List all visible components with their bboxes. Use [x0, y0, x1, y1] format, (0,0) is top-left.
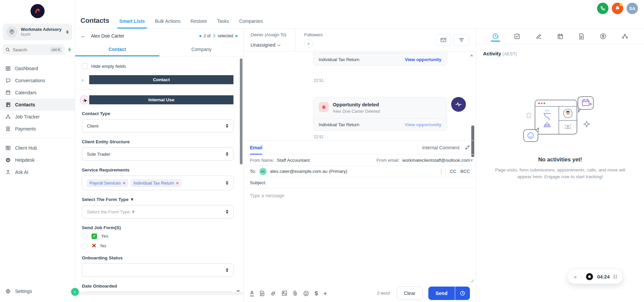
- template-icon[interactable]: [260, 291, 265, 296]
- workspace-switcher[interactable]: Workmate Advisory North: [3, 23, 72, 40]
- send-job-form-option-no: ✕ No: [82, 243, 233, 249]
- filter-button[interactable]: [454, 34, 469, 46]
- tab-smart-lists[interactable]: Smart Lists: [119, 18, 145, 29]
- sidebar-item-settings[interactable]: Settings: [0, 285, 75, 297]
- search-input[interactable]: [13, 47, 36, 52]
- sidebar-nav: Dashboard Conversations Calendars Contac…: [0, 62, 75, 178]
- contact-section-header[interactable]: Contact: [89, 75, 233, 84]
- radio-no[interactable]: [82, 243, 88, 249]
- onboarding-status-label: Onboarding Status: [82, 255, 233, 260]
- stop-record-button[interactable]: [586, 273, 593, 280]
- owner-select[interactable]: Unassigned: [251, 42, 286, 48]
- envelope-icon: [440, 37, 446, 43]
- entity-structure-select[interactable]: Sole Trader: [82, 147, 233, 161]
- back-arrow-icon[interactable]: ←: [80, 33, 86, 39]
- internal-use-section-header[interactable]: Internal Use: [89, 95, 233, 104]
- filter-icon: [459, 38, 464, 42]
- search-input-box[interactable]: ctrl K: [3, 44, 65, 55]
- sidebar-item-payments[interactable]: Payments: [0, 123, 75, 135]
- link-icon[interactable]: [270, 291, 276, 296]
- view-opportunity-link[interactable]: View opportunity: [405, 57, 441, 62]
- add-follower-button[interactable]: +: [304, 39, 313, 48]
- form-type-select[interactable]: Select the Form Type ▼: [82, 205, 233, 218]
- dollar-circle-icon: [600, 33, 606, 40]
- payment-request-icon[interactable]: $: [315, 291, 318, 296]
- tab-companies[interactable]: Companies: [239, 18, 263, 29]
- schedule-send-button[interactable]: [455, 287, 470, 300]
- sidebar-collapse-toggle[interactable]: ‹: [71, 288, 79, 296]
- sidebar-item-helpdesk[interactable]: H Helpdesk: [0, 154, 75, 166]
- form-bottom-strip: [75, 292, 244, 295]
- clear-button[interactable]: Clear: [397, 287, 423, 300]
- email-filter-button[interactable]: [436, 34, 451, 46]
- user-avatar[interactable]: SA: [627, 3, 638, 14]
- view-opportunity-link[interactable]: View opportunity: [405, 122, 441, 127]
- tab-company[interactable]: Company: [159, 43, 244, 56]
- collapse-composer-icon[interactable]: [465, 145, 470, 150]
- to-value[interactable]: alex.cater@example.com.au (Primary): [270, 169, 347, 174]
- next-contact-icon[interactable]: ▶: [235, 34, 238, 38]
- tab-documents[interactable]: [579, 29, 584, 44]
- svg-text:H: H: [7, 159, 9, 162]
- composer-tab-email[interactable]: Email: [250, 141, 262, 154]
- message-input[interactable]: [244, 188, 476, 285]
- recipient-avatar: AC: [259, 168, 267, 175]
- owner-label: Owner (Assign To): [251, 32, 286, 37]
- contact-section-chevron-icon[interactable]: ›: [82, 77, 89, 83]
- image-icon[interactable]: [282, 291, 287, 296]
- tab-activity-history[interactable]: [492, 29, 499, 44]
- prev-contact-icon[interactable]: ◀: [199, 34, 201, 38]
- resize-handle-icon[interactable]: [471, 279, 474, 283]
- automation-avatar[interactable]: [451, 97, 466, 112]
- radio-yes[interactable]: [82, 233, 88, 239]
- page-title: Contacts: [80, 17, 109, 29]
- phone-icon: [600, 6, 605, 11]
- phone-button[interactable]: [597, 3, 608, 14]
- send-job-form-option-yes: ✓ Yes: [82, 233, 233, 239]
- quick-actions-lightning-icon[interactable]: [67, 47, 72, 52]
- attachment-icon[interactable]: [293, 291, 298, 296]
- sidebar-item-calendars[interactable]: Calendars: [0, 87, 75, 99]
- form-scrollbar[interactable]: [240, 58, 243, 164]
- sidebar-item-client-hub[interactable]: Client Hub: [0, 142, 75, 154]
- pause-button[interactable]: [614, 274, 617, 279]
- expand-timer-icon[interactable]: »: [574, 274, 576, 280]
- hide-empty-checkbox[interactable]: [82, 63, 88, 69]
- tab-contact[interactable]: Contact: [75, 43, 159, 56]
- composer-tab-internal-comment[interactable]: Internal Comment: [422, 145, 460, 150]
- send-button[interactable]: Send: [428, 287, 455, 300]
- notifications-button[interactable]: [612, 3, 623, 14]
- sidebar-item-ask-ai[interactable]: Ask AI: [0, 166, 75, 178]
- tab-appointments[interactable]: [557, 29, 564, 44]
- tab-tasks-check[interactable]: [514, 29, 520, 44]
- sidebar-item-conversations[interactable]: Conversations: [0, 74, 75, 87]
- select-caret-icon: [226, 124, 228, 128]
- text-format-icon[interactable]: A: [250, 290, 254, 296]
- sidebar-item-contacts[interactable]: Contacts: [0, 99, 75, 111]
- emoji-icon[interactable]: [303, 291, 309, 296]
- feed-scroll-up-icon[interactable]: [470, 54, 473, 56]
- brand-logo[interactable]: [31, 4, 45, 18]
- tab-tasks[interactable]: Tasks: [217, 18, 229, 29]
- tab-associations[interactable]: [622, 29, 628, 44]
- bcc-button[interactable]: BCC: [460, 169, 470, 174]
- sidebar-item-job-tracker[interactable]: Job Tracker: [0, 111, 75, 123]
- remove-tag-icon[interactable]: ×: [123, 181, 125, 186]
- tab-notes[interactable]: [536, 29, 542, 44]
- onboarding-status-select[interactable]: [82, 263, 233, 277]
- history-clock-icon: [492, 33, 499, 40]
- contact-type-select[interactable]: Client: [82, 119, 233, 133]
- recipient-caret-icon[interactable]: [441, 168, 441, 174]
- tab-restore[interactable]: Restore: [191, 18, 207, 29]
- cc-button[interactable]: CC: [450, 169, 457, 174]
- more-tools-icon[interactable]: +: [324, 291, 327, 296]
- workspace-carets-icon: [66, 30, 69, 34]
- empty-state-title: No activities yet!: [538, 156, 582, 163]
- sidebar-item-label: Calendars: [15, 90, 37, 95]
- subject-input[interactable]: [269, 180, 470, 185]
- tab-payments-dollar[interactable]: [600, 29, 606, 44]
- tab-bulk-actions[interactable]: Bulk Actions: [155, 18, 180, 29]
- service-requirements-select[interactable]: Payroll Services × Individual Tax Return…: [82, 175, 233, 190]
- remove-tag-icon[interactable]: ×: [176, 181, 179, 186]
- sidebar-item-dashboard[interactable]: Dashboard: [0, 62, 75, 74]
